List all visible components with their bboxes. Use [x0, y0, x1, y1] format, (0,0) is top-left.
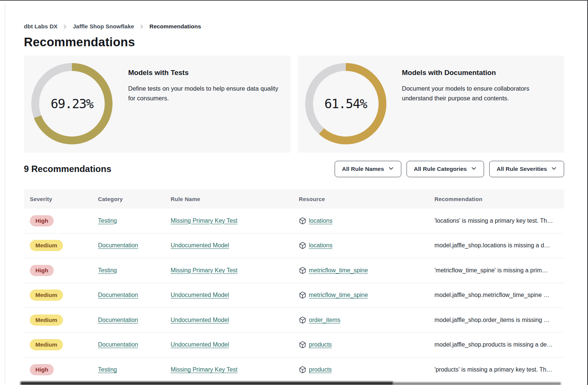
- category-link[interactable]: Testing: [98, 217, 117, 224]
- severity-badge: Medium: [30, 314, 63, 326]
- chevron-down-icon: [551, 166, 557, 173]
- resource-link[interactable]: products: [309, 366, 332, 373]
- breadcrumb-item-jaffle-shop-snowflake[interactable]: Jaffle Shop Snowflake: [73, 23, 134, 30]
- category-cell: Documentation: [98, 242, 171, 249]
- recommendations-list-header: 9 Recommendations All Rule Names All Rul…: [24, 161, 564, 177]
- resource-link[interactable]: metricflow_time_spine: [309, 292, 368, 298]
- severity-cell: High: [30, 265, 98, 276]
- severity-cell: High: [30, 364, 98, 375]
- model-cube-icon: [299, 291, 306, 299]
- tests-donut-chart: 69.23%: [31, 63, 113, 144]
- cropped-row-blur: [393, 382, 561, 385]
- severity-badge: Medium: [30, 289, 63, 301]
- chevron-right-icon: [63, 24, 67, 29]
- documentation-percent-value: 61.54%: [325, 96, 367, 111]
- table-row: Medium Documentation Undocumented Model …: [24, 333, 564, 358]
- severity-cell: Medium: [30, 240, 98, 251]
- rule-name-link[interactable]: Missing Primary Key Test: [171, 366, 237, 373]
- rule-name-cell: Undocumented Model: [171, 317, 299, 323]
- rule-name-link[interactable]: Missing Primary Key Test: [171, 217, 237, 224]
- resource-cell: metricflow_time_spine: [299, 267, 434, 274]
- recommendation-text: 'metricflow_time_spine' is missing a pri…: [434, 267, 564, 274]
- main-content: dbt Labs DX Jaffle Shop Snowflake Recomm…: [24, 1, 564, 382]
- rule-name-cell: Missing Primary Key Test: [171, 366, 299, 373]
- category-cell: Documentation: [98, 317, 171, 323]
- breadcrumb-item-recommendations: Recommendations: [149, 23, 201, 30]
- filter-label: All Rule Severities: [497, 166, 547, 172]
- severity-cell: Medium: [30, 289, 98, 301]
- card-models-with-documentation: 61.54% Models with Documentation Documen…: [298, 56, 565, 153]
- severity-cell: High: [30, 215, 98, 226]
- resource-link[interactable]: products: [309, 341, 332, 348]
- rule-name-cell: Undocumented Model: [171, 292, 299, 298]
- category-link[interactable]: Documentation: [98, 317, 138, 323]
- breadcrumb-item-dbt-labs-dx[interactable]: dbt Labs DX: [24, 23, 57, 30]
- category-link[interactable]: Documentation: [98, 292, 138, 298]
- resource-link[interactable]: order_items: [309, 317, 340, 323]
- recommendation-text: model.jaffle_shop.order_items is missing…: [434, 317, 564, 323]
- rule-name-link[interactable]: Missing Primary Key Test: [171, 267, 237, 273]
- model-cube-icon: [299, 217, 306, 225]
- resource-cell: locations: [299, 217, 434, 225]
- severity-badge: Medium: [30, 339, 63, 350]
- category-link[interactable]: Documentation: [98, 242, 138, 248]
- severity-badge: Medium: [30, 240, 63, 251]
- card-text: Models with Tests Define tests on your m…: [113, 63, 282, 103]
- resource-link[interactable]: metricflow_time_spine: [309, 267, 368, 274]
- table-row: Medium Documentation Undocumented Model …: [24, 283, 564, 308]
- severity-cell: Medium: [30, 314, 98, 326]
- resource-cell: locations: [299, 242, 434, 249]
- table-row: Medium Documentation Undocumented Model …: [24, 308, 564, 333]
- category-cell: Testing: [98, 366, 171, 373]
- filter-label: All Rule Names: [342, 166, 384, 172]
- resource-link[interactable]: locations: [309, 217, 332, 224]
- rule-name-link[interactable]: Undocumented Model: [171, 292, 229, 298]
- resource-cell: products: [299, 366, 434, 373]
- card-description: Define tests on your models to help ensu…: [128, 84, 282, 103]
- rule-name-link[interactable]: Undocumented Model: [171, 317, 229, 323]
- rule-name-cell: Missing Primary Key Test: [171, 217, 299, 224]
- category-cell: Documentation: [98, 292, 171, 298]
- category-link[interactable]: Documentation: [98, 341, 138, 348]
- donut-hole: 69.23%: [39, 71, 105, 137]
- chevron-right-icon: [139, 24, 144, 29]
- breadcrumb: dbt Labs DX Jaffle Shop Snowflake Recomm…: [24, 23, 564, 30]
- card-description: Document your models to ensure collabora…: [402, 84, 556, 103]
- table-body: High Testing Missing Primary Key Test lo…: [24, 209, 564, 382]
- card-title-models-with-tests: Models with Tests: [128, 69, 282, 77]
- model-cube-icon: [299, 267, 306, 274]
- filter-rule-names-dropdown[interactable]: All Rule Names: [335, 161, 401, 177]
- filter-rule-severities-dropdown[interactable]: All Rule Severities: [489, 161, 564, 177]
- table-row: High Testing Missing Primary Key Test me…: [24, 258, 564, 283]
- rule-name-cell: Undocumented Model: [171, 242, 299, 249]
- category-cell: Testing: [98, 267, 171, 274]
- rule-name-link[interactable]: Undocumented Model: [171, 242, 229, 248]
- resource-link[interactable]: locations: [309, 242, 332, 249]
- severity-cell: Medium: [30, 339, 98, 350]
- card-title-models-with-documentation: Models with Documentation: [402, 69, 556, 77]
- model-cube-icon: [299, 316, 306, 324]
- recommendation-text: model.jaffle_shop.locations is missing a…: [434, 242, 564, 249]
- left-edge-divider: [5, 4, 5, 385]
- recommendations-count-title: 9 Recommendations: [24, 164, 111, 174]
- recommendation-text: model.jaffle_shop.products is missing a …: [434, 341, 564, 348]
- category-link[interactable]: Testing: [98, 267, 117, 273]
- severity-badge: High: [30, 215, 54, 226]
- recommendation-text: 'products' is missing a primary key test…: [434, 366, 564, 373]
- category-link[interactable]: Testing: [98, 366, 117, 373]
- resource-cell: order_items: [299, 316, 434, 324]
- table-header-row: Severity Category Rule Name Resource Rec…: [24, 189, 564, 209]
- resource-cell: metricflow_time_spine: [299, 291, 434, 299]
- rule-name-link[interactable]: Undocumented Model: [171, 341, 229, 348]
- category-cell: Testing: [98, 217, 171, 224]
- model-cube-icon: [299, 242, 306, 249]
- filter-bar: All Rule Names All Rule Categories All R…: [335, 161, 564, 177]
- column-header-rule-name: Rule Name: [171, 196, 299, 202]
- model-cube-icon: [299, 366, 306, 373]
- column-header-category: Category: [98, 196, 171, 202]
- documentation-donut-chart: 61.54%: [305, 63, 386, 144]
- page-title: Recommendations: [24, 35, 564, 49]
- filter-rule-categories-dropdown[interactable]: All Rule Categories: [407, 161, 484, 177]
- recommendation-text: 'locations' is missing a primary key tes…: [434, 217, 564, 224]
- severity-badge: High: [30, 265, 54, 276]
